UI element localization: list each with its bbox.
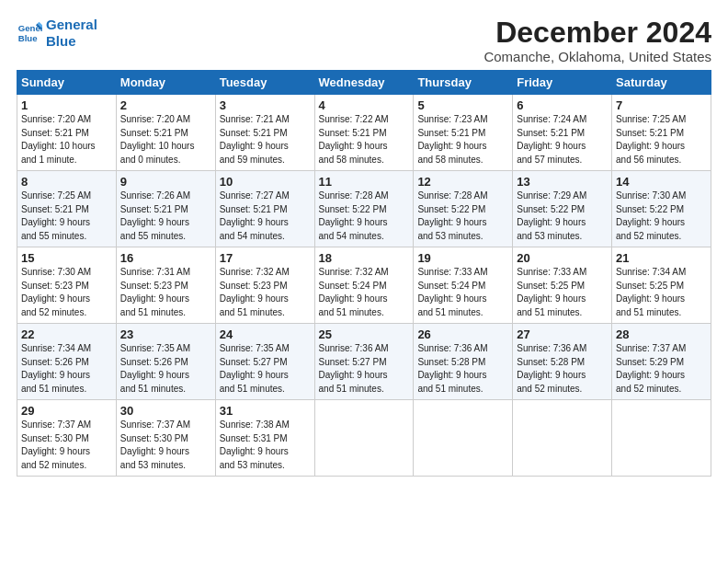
subtitle: Comanche, Oklahoma, United States [483, 49, 711, 64]
calendar-page: General Blue GeneralBlue December 2024 C… [0, 0, 728, 563]
calendar-cell: 11Sunrise: 7:28 AM Sunset: 5:22 PM Dayli… [314, 171, 414, 247]
day-info: Sunrise: 7:37 AM Sunset: 5:30 PM Dayligh… [21, 419, 112, 472]
day-info: Sunrise: 7:28 AM Sunset: 5:22 PM Dayligh… [319, 190, 410, 243]
svg-text:Blue: Blue [18, 33, 38, 43]
day-number: 22 [21, 327, 112, 341]
calendar-cell: 13Sunrise: 7:29 AM Sunset: 5:22 PM Dayli… [513, 171, 612, 247]
calendar-cell: 1Sunrise: 7:20 AM Sunset: 5:21 PM Daylig… [17, 95, 117, 171]
calendar-cell: 7Sunrise: 7:25 AM Sunset: 5:21 PM Daylig… [612, 95, 711, 171]
calendar-body: 1Sunrise: 7:20 AM Sunset: 5:21 PM Daylig… [17, 95, 711, 477]
calendar-cell [314, 400, 414, 477]
main-title: December 2024 [483, 17, 711, 49]
calendar-cell: 15Sunrise: 7:30 AM Sunset: 5:23 PM Dayli… [17, 247, 117, 324]
day-info: Sunrise: 7:20 AM Sunset: 5:21 PM Dayligh… [21, 113, 112, 167]
calendar-cell: 28Sunrise: 7:37 AM Sunset: 5:29 PM Dayli… [612, 324, 711, 400]
calendar-cell [612, 400, 711, 477]
day-header-wednesday: Wednesday [314, 71, 414, 95]
day-info: Sunrise: 7:36 AM Sunset: 5:28 PM Dayligh… [417, 342, 508, 396]
day-info: Sunrise: 7:35 AM Sunset: 5:26 PM Dayligh… [120, 342, 211, 396]
day-number: 1 [21, 98, 112, 112]
calendar-cell: 18Sunrise: 7:32 AM Sunset: 5:24 PM Dayli… [314, 247, 414, 324]
calendar-cell: 29Sunrise: 7:37 AM Sunset: 5:30 PM Dayli… [17, 400, 117, 477]
calendar-cell: 24Sunrise: 7:35 AM Sunset: 5:27 PM Dayli… [215, 324, 314, 400]
calendar-table: SundayMondayTuesdayWednesdayThursdayFrid… [17, 70, 711, 477]
day-info: Sunrise: 7:35 AM Sunset: 5:27 PM Dayligh… [220, 342, 311, 396]
day-number: 16 [120, 251, 211, 265]
calendar-cell [414, 400, 513, 477]
calendar-cell: 2Sunrise: 7:20 AM Sunset: 5:21 PM Daylig… [116, 95, 215, 171]
day-header-tuesday: Tuesday [215, 71, 314, 95]
day-info: Sunrise: 7:24 AM Sunset: 5:21 PM Dayligh… [517, 113, 608, 167]
day-info: Sunrise: 7:32 AM Sunset: 5:24 PM Dayligh… [319, 266, 410, 319]
day-info: Sunrise: 7:31 AM Sunset: 5:23 PM Dayligh… [120, 266, 211, 319]
day-number: 14 [616, 175, 707, 189]
title-block: December 2024 Comanche, Oklahoma, United… [483, 17, 711, 64]
calendar-cell: 17Sunrise: 7:32 AM Sunset: 5:23 PM Dayli… [215, 247, 314, 324]
day-number: 7 [616, 98, 707, 112]
header: General Blue GeneralBlue December 2024 C… [17, 17, 711, 64]
day-info: Sunrise: 7:37 AM Sunset: 5:29 PM Dayligh… [616, 342, 707, 396]
day-info: Sunrise: 7:34 AM Sunset: 5:25 PM Dayligh… [616, 266, 707, 319]
day-info: Sunrise: 7:34 AM Sunset: 5:26 PM Dayligh… [21, 342, 112, 396]
day-info: Sunrise: 7:25 AM Sunset: 5:21 PM Dayligh… [616, 113, 707, 167]
day-number: 19 [417, 251, 508, 265]
day-header-friday: Friday [513, 71, 612, 95]
day-number: 3 [220, 98, 311, 112]
day-number: 12 [417, 175, 508, 189]
calendar-cell: 9Sunrise: 7:26 AM Sunset: 5:21 PM Daylig… [116, 171, 215, 247]
day-number: 2 [120, 98, 211, 112]
day-number: 28 [616, 327, 707, 341]
day-header-saturday: Saturday [612, 71, 711, 95]
calendar-cell: 26Sunrise: 7:36 AM Sunset: 5:28 PM Dayli… [414, 324, 513, 400]
logo-icon: General Blue [17, 20, 42, 46]
day-number: 15 [21, 251, 112, 265]
calendar-cell: 31Sunrise: 7:38 AM Sunset: 5:31 PM Dayli… [215, 400, 314, 477]
day-header-monday: Monday [116, 71, 215, 95]
day-number: 4 [319, 98, 410, 112]
day-info: Sunrise: 7:30 AM Sunset: 5:23 PM Dayligh… [21, 266, 112, 319]
calendar-cell: 25Sunrise: 7:36 AM Sunset: 5:27 PM Dayli… [314, 324, 414, 400]
day-number: 11 [319, 175, 410, 189]
day-info: Sunrise: 7:29 AM Sunset: 5:22 PM Dayligh… [517, 190, 608, 243]
calendar-cell: 23Sunrise: 7:35 AM Sunset: 5:26 PM Dayli… [116, 324, 215, 400]
calendar-cell: 14Sunrise: 7:30 AM Sunset: 5:22 PM Dayli… [612, 171, 711, 247]
day-info: Sunrise: 7:28 AM Sunset: 5:22 PM Dayligh… [417, 190, 508, 243]
day-number: 6 [517, 98, 608, 112]
day-number: 9 [120, 175, 211, 189]
day-info: Sunrise: 7:20 AM Sunset: 5:21 PM Dayligh… [120, 113, 211, 167]
days-header-row: SundayMondayTuesdayWednesdayThursdayFrid… [17, 71, 711, 95]
day-number: 17 [220, 251, 311, 265]
day-number: 21 [616, 251, 707, 265]
day-header-thursday: Thursday [414, 71, 513, 95]
calendar-cell: 22Sunrise: 7:34 AM Sunset: 5:26 PM Dayli… [17, 324, 117, 400]
day-number: 29 [21, 404, 112, 418]
day-info: Sunrise: 7:37 AM Sunset: 5:30 PM Dayligh… [120, 419, 211, 472]
day-info: Sunrise: 7:30 AM Sunset: 5:22 PM Dayligh… [616, 190, 707, 243]
day-info: Sunrise: 7:36 AM Sunset: 5:28 PM Dayligh… [517, 342, 608, 396]
day-number: 10 [220, 175, 311, 189]
day-info: Sunrise: 7:21 AM Sunset: 5:21 PM Dayligh… [220, 113, 311, 167]
day-number: 26 [417, 327, 508, 341]
calendar-cell: 19Sunrise: 7:33 AM Sunset: 5:24 PM Dayli… [414, 247, 513, 324]
day-info: Sunrise: 7:27 AM Sunset: 5:21 PM Dayligh… [220, 190, 311, 243]
day-info: Sunrise: 7:38 AM Sunset: 5:31 PM Dayligh… [220, 419, 311, 472]
day-number: 5 [417, 98, 508, 112]
calendar-cell: 10Sunrise: 7:27 AM Sunset: 5:21 PM Dayli… [215, 171, 314, 247]
calendar-cell: 30Sunrise: 7:37 AM Sunset: 5:30 PM Dayli… [116, 400, 215, 477]
day-number: 30 [120, 404, 211, 418]
logo-text: GeneralBlue [46, 17, 97, 50]
day-number: 24 [220, 327, 311, 341]
calendar-cell: 3Sunrise: 7:21 AM Sunset: 5:21 PM Daylig… [215, 95, 314, 171]
day-number: 8 [21, 175, 112, 189]
calendar-cell: 5Sunrise: 7:23 AM Sunset: 5:21 PM Daylig… [414, 95, 513, 171]
day-number: 31 [220, 404, 311, 418]
day-info: Sunrise: 7:25 AM Sunset: 5:21 PM Dayligh… [21, 190, 112, 243]
calendar-cell: 6Sunrise: 7:24 AM Sunset: 5:21 PM Daylig… [513, 95, 612, 171]
day-info: Sunrise: 7:23 AM Sunset: 5:21 PM Dayligh… [417, 113, 508, 167]
day-header-sunday: Sunday [17, 71, 117, 95]
day-number: 23 [120, 327, 211, 341]
calendar-cell: 4Sunrise: 7:22 AM Sunset: 5:21 PM Daylig… [314, 95, 414, 171]
day-info: Sunrise: 7:36 AM Sunset: 5:27 PM Dayligh… [319, 342, 410, 396]
day-number: 13 [517, 175, 608, 189]
day-number: 27 [517, 327, 608, 341]
